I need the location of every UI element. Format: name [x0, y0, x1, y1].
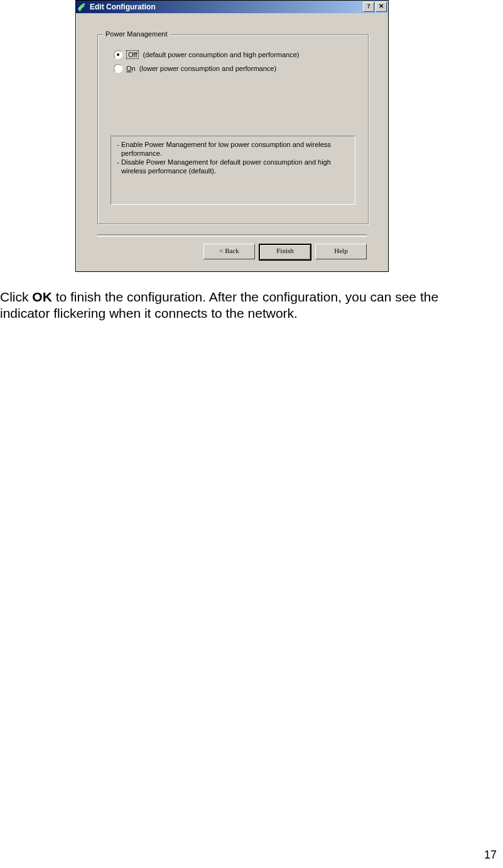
- radio-group: Off (default power consumption and high …: [114, 48, 299, 75]
- note-item: - Enable Power Management for low power …: [115, 140, 351, 158]
- dialog-client: Power Management Off (default power cons…: [78, 16, 386, 269]
- wireless-icon: [77, 2, 87, 12]
- separator: [97, 234, 367, 237]
- radio-on-desc: (lower power consumption and performance…: [139, 65, 276, 72]
- power-management-group: Power Management Off (default power cons…: [97, 35, 369, 224]
- dialog-title: Edit Configuration: [90, 3, 156, 11]
- wizard-buttons: < Back Finish Help: [200, 244, 367, 261]
- radio-off-key: Off: [128, 51, 137, 58]
- close-button[interactable]: ✕: [376, 2, 387, 12]
- help-button-label: Help: [334, 247, 347, 254]
- radio-off-desc: (default power consumption and high perf…: [143, 51, 300, 58]
- page-number: 17: [484, 849, 497, 862]
- radio-icon: [114, 50, 122, 59]
- note-box: - Enable Power Management for low power …: [111, 136, 355, 205]
- instruction-text: Click OK to finish the configuration. Af…: [0, 289, 490, 322]
- text-bold: OK: [32, 290, 52, 304]
- note-item: - Disable Power Management for default p…: [115, 158, 351, 175]
- finish-button-label: Finish: [276, 247, 294, 254]
- note-text: Disable Power Management for default pow…: [121, 158, 351, 175]
- text-pre: Click: [0, 290, 32, 304]
- edit-configuration-dialog: Edit Configuration ? ✕ Power Management …: [75, 0, 389, 272]
- bullet-icon: -: [115, 158, 121, 175]
- text-post: to finish the configuration. After the c…: [0, 290, 438, 320]
- finish-button[interactable]: Finish: [259, 244, 311, 261]
- back-button[interactable]: < Back: [203, 244, 255, 259]
- help-button[interactable]: Help: [315, 244, 367, 259]
- note-text: Enable Power Management for low power co…: [121, 140, 351, 158]
- group-title: Power Management: [103, 30, 170, 38]
- svg-point-0: [79, 9, 81, 11]
- radio-off[interactable]: Off (default power consumption and high …: [114, 48, 299, 62]
- radio-on[interactable]: On (lower power consumption and performa…: [114, 62, 299, 75]
- help-button-titlebar[interactable]: ?: [363, 2, 374, 12]
- radio-on-key: On: [126, 65, 136, 72]
- bullet-icon: -: [115, 140, 121, 158]
- radio-icon: [114, 64, 122, 73]
- back-button-label: < Back: [219, 247, 239, 254]
- titlebar[interactable]: Edit Configuration ? ✕: [76, 1, 388, 13]
